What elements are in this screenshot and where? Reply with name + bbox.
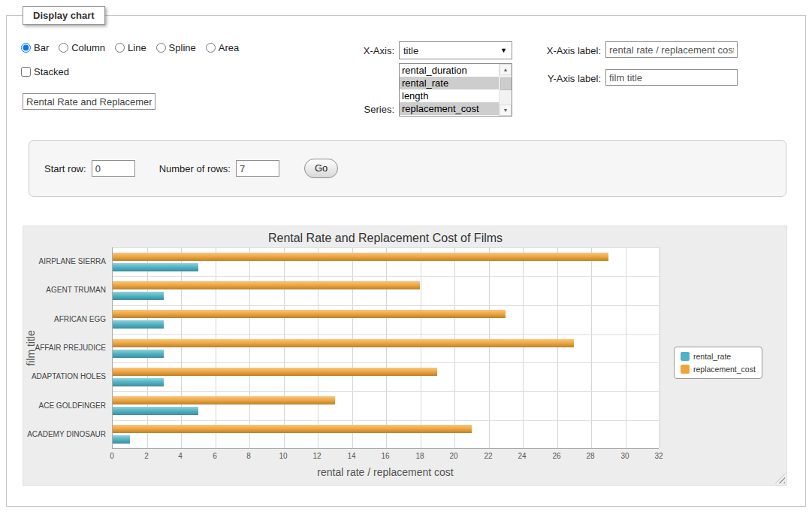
start-row-label: Start row: (44, 163, 86, 174)
gridline-y (113, 391, 659, 392)
gridline-x (421, 247, 421, 448)
series-option-replacement_cost[interactable]: replacement_cost (400, 102, 499, 115)
stacked-option[interactable]: Stacked (21, 66, 69, 79)
bar-rental_rate-6[interactable] (113, 435, 130, 444)
x-axis-tick-label: 26 (545, 452, 568, 460)
x-axis-tick-label: 12 (306, 452, 328, 460)
bar-replacement_cost-1[interactable] (113, 281, 420, 289)
x-axis-label-input[interactable] (605, 41, 738, 58)
start-row-input[interactable] (92, 160, 135, 177)
x-axis-tick-label: 14 (340, 452, 363, 460)
bar-rental_rate-5[interactable] (113, 407, 198, 415)
legend-label-rental_rate: rental_rate (693, 352, 731, 361)
series-option-rental_duration[interactable]: rental_duration (400, 64, 499, 77)
y-axis-category-label: AIRPLANE SIERRA (26, 257, 106, 265)
legend-swatch-replacement_cost (681, 365, 690, 374)
chart-type-option-bar[interactable]: Bar (21, 42, 49, 53)
series-option-rental_rate[interactable]: rental_rate (400, 77, 499, 89)
chart-type-radio-bar[interactable] (21, 43, 31, 53)
x-axis-selected-value: title (403, 45, 418, 56)
bar-replacement_cost-3[interactable] (113, 339, 574, 347)
chart-type-option-column[interactable]: Column (59, 42, 105, 53)
gridline-x (318, 247, 318, 448)
chart-type-label-spline: Spline (169, 42, 196, 53)
chart-type-label-area: Area (219, 42, 239, 53)
legend-item-rental_rate[interactable]: rental_rate (681, 352, 756, 361)
chart-title-input[interactable] (23, 93, 155, 110)
bar-rental_rate-2[interactable] (113, 320, 164, 329)
scrollbar-up-icon[interactable]: ▲ (500, 64, 512, 75)
gridline-x (284, 247, 285, 448)
gridline-x (249, 247, 250, 448)
chart-type-radio-line[interactable] (115, 43, 125, 53)
bar-replacement_cost-5[interactable] (113, 396, 335, 404)
x-axis-tick-label: 30 (614, 452, 636, 460)
legend-label-replacement_cost: replacement_cost (693, 365, 756, 374)
gridline-y (113, 276, 659, 277)
gridline-y (113, 334, 659, 335)
stacked-checkbox[interactable] (21, 67, 31, 77)
gridline-x (386, 247, 387, 448)
panel-legend: Display chart (23, 6, 105, 25)
scrollbar-down-icon[interactable]: ▼ (500, 105, 512, 116)
y-axis-category-label: AGENT TRUMAN (26, 286, 106, 294)
chevron-down-icon: ▼ (500, 47, 507, 54)
y-axis-field-label: Y-Axis label: (524, 73, 601, 84)
stacked-label: Stacked (34, 66, 69, 77)
bar-rental_rate-0[interactable] (113, 263, 198, 271)
chart-type-option-area[interactable]: Area (206, 42, 239, 53)
number-of-rows-input[interactable] (236, 160, 279, 177)
gridline-x (454, 247, 455, 448)
gridline-x (557, 247, 558, 448)
scrollbar-thumb[interactable] (500, 77, 512, 90)
gridline-x (216, 247, 216, 448)
gridline-x (489, 247, 490, 448)
bar-rental_rate-1[interactable] (113, 292, 164, 300)
x-axis-tick-label: 0 (101, 452, 123, 460)
x-axis-tick-label: 2 (135, 452, 158, 460)
gridline-y (113, 420, 659, 421)
gridline-x (352, 247, 353, 448)
x-axis-tick-label: 20 (442, 452, 465, 460)
series-listbox[interactable]: rental_durationrental_ratelengthreplacem… (399, 63, 512, 117)
gridline-y (113, 305, 659, 306)
series-scrollbar[interactable]: ▲ ▼ (499, 64, 512, 116)
x-axis-tick-label: 24 (511, 452, 533, 460)
chart-type-radio-area[interactable] (206, 43, 216, 53)
x-axis-tick-label: 18 (409, 452, 431, 460)
x-axis-tick-label: 8 (237, 452, 260, 460)
gridline-x (660, 247, 660, 448)
y-axis-category-label: ACADEMY DINOSAUR (26, 430, 106, 438)
chart-type-radio-column[interactable] (59, 43, 68, 53)
y-axis-label-input[interactable] (605, 69, 738, 86)
bar-rental_rate-4[interactable] (113, 378, 164, 386)
number-of-rows-label: Number of rows: (159, 163, 231, 174)
gridline-y (113, 362, 659, 363)
chart-type-option-spline[interactable]: Spline (156, 42, 196, 53)
chart-legend: rental_ratereplacement_cost (674, 347, 762, 379)
row-controls-panel: Start row: Number of rows: Go (29, 140, 786, 197)
series-listbox-label: Series: (331, 104, 394, 115)
chart-container: Rental Rate and Replacement Cost of Film… (23, 226, 787, 486)
gridline-x (626, 247, 626, 448)
bar-replacement_cost-0[interactable] (113, 253, 608, 261)
legend-item-replacement_cost[interactable]: replacement_cost (681, 365, 756, 374)
chart-type-label-column: Column (71, 42, 105, 53)
bar-replacement_cost-2[interactable] (113, 310, 506, 318)
chart-type-option-line[interactable]: Line (115, 42, 146, 53)
go-button[interactable]: Go (304, 159, 338, 178)
x-axis-select[interactable]: title ▼ (399, 41, 512, 59)
chart-type-radio-spline[interactable] (156, 43, 166, 53)
x-axis-tick-label: 4 (169, 452, 192, 460)
bar-replacement_cost-6[interactable] (113, 425, 472, 433)
bar-replacement_cost-4[interactable] (113, 368, 437, 376)
x-axis-field-label: X-Axis label: (524, 45, 601, 56)
x-axis-tick-label: 10 (272, 452, 294, 460)
x-axis-select-label: X-Axis: (315, 45, 394, 56)
gridline-x (147, 247, 148, 448)
series-options: rental_durationrental_ratelengthreplacem… (400, 64, 499, 116)
bar-rental_rate-3[interactable] (113, 350, 164, 358)
series-option-length[interactable]: length (400, 89, 499, 102)
chart-type-radio-group: Bar Column Line Spline Area (21, 42, 239, 53)
resize-handle[interactable] (775, 474, 785, 483)
